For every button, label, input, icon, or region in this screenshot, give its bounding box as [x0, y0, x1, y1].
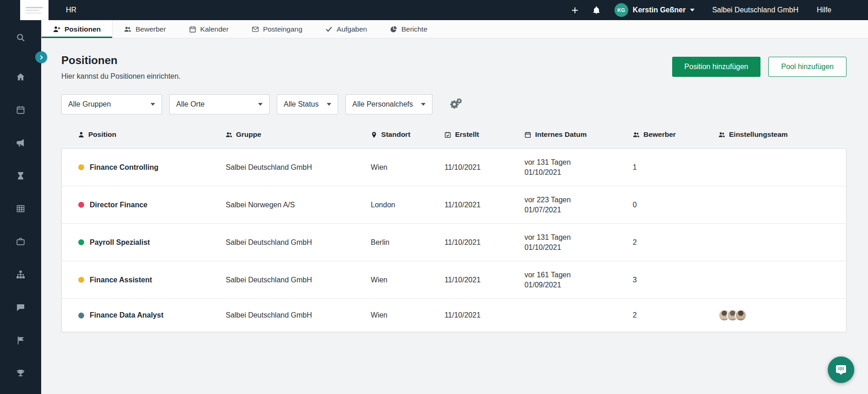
position-cell: Payroll Spezialist	[62, 238, 226, 247]
chat-launcher-button[interactable]	[828, 356, 854, 383]
table-row[interactable]: Finance ControllingSalbei Deutschland Gm…	[62, 149, 846, 186]
calendar-icon	[524, 131, 531, 138]
tab-bar: PositionenBewerberKalenderPosteingangAuf…	[41, 20, 868, 38]
gruppe-cell: Salbei Deutschland GmbH	[226, 163, 371, 172]
sidebar-item-trophy[interactable]	[0, 357, 41, 390]
flag-icon	[16, 336, 25, 345]
gruppe-cell: Salbei Deutschland GmbH	[226, 276, 371, 284]
internes-relativ: vor 161 Tagen	[524, 270, 571, 280]
gruppe-cell: Salbei Deutschland GmbH	[226, 311, 371, 319]
internes-datum-cell: vor 131 Tagen01/10/2021	[524, 157, 633, 178]
bewerber-cell: 1	[633, 163, 718, 172]
topbar: HR KG Kerstin Geßner Salbei Deutschland …	[0, 0, 868, 20]
column-label: Einstellungsteam	[729, 130, 787, 139]
internes-datum-cell: vor 131 Tagen01/10/2021	[524, 232, 633, 253]
filter-alle-status[interactable]: Alle Status	[277, 94, 338, 114]
tab-label: Kalender	[200, 25, 229, 33]
column-header-gruppe[interactable]: Gruppe	[226, 130, 371, 139]
users-icon	[633, 131, 640, 138]
users-icon	[718, 131, 725, 138]
filter-label: Alle Gruppen	[68, 100, 111, 108]
position-name[interactable]: Finance Assistent	[90, 276, 152, 284]
filter-alle-orte[interactable]: Alle Orte	[169, 94, 270, 114]
tab-posteingang[interactable]: Posteingang	[240, 20, 314, 38]
sidebar-item-chat[interactable]	[0, 291, 41, 324]
filter-alle-gruppen[interactable]: Alle Gruppen	[61, 94, 162, 114]
company-switcher[interactable]: Salbei Deutschland GmbH	[702, 0, 809, 20]
home-icon	[16, 72, 25, 81]
table-row[interactable]: Director FinanceSalbei Norwegen A/SLondo…	[62, 186, 846, 224]
company-logo[interactable]	[20, 0, 49, 20]
column-header-einstellungsteam[interactable]: Einstellungsteam	[718, 130, 846, 139]
user-icon	[78, 131, 85, 138]
position-name[interactable]: Payroll Spezialist	[90, 238, 150, 247]
column-header-erstellt[interactable]: Erstellt	[444, 130, 524, 139]
status-dot	[78, 202, 84, 208]
filter-settings-button[interactable]	[446, 96, 463, 113]
notifications-button[interactable]	[586, 0, 607, 20]
filter-alle-personalchefs[interactable]: Alle Personalchefs	[345, 94, 432, 114]
sidebar-item-briefcase[interactable]	[0, 225, 41, 258]
column-header-position[interactable]: Position	[61, 130, 226, 139]
column-label: Gruppe	[236, 130, 261, 139]
topbar-right: KG Kerstin Geßner Salbei Deutschland Gmb…	[564, 0, 868, 20]
position-name[interactable]: Finance Controlling	[90, 163, 158, 172]
tab-positionen[interactable]: Positionen	[41, 20, 113, 38]
column-header-standort[interactable]: Standort	[371, 130, 444, 139]
sidebar-item-megaphone[interactable]	[0, 126, 41, 159]
briefcase-icon	[16, 237, 25, 246]
chat-icon	[16, 303, 25, 312]
calendar-icon	[189, 26, 196, 33]
tab-berichte[interactable]: Berichte	[378, 20, 439, 38]
sidebar-item-flag[interactable]	[0, 324, 41, 357]
table-row[interactable]: Payroll SpezialistSalbei Deutschland Gmb…	[62, 224, 846, 261]
tab-kalender[interactable]: Kalender	[178, 20, 240, 38]
user-name: Kerstin Geßner	[633, 6, 686, 14]
head-buttons: Position hinzufügen Pool hinzufügen	[672, 57, 846, 77]
main-content: Positionen Hier kannst du Positionen ein…	[41, 38, 868, 332]
erstellt-cell: 11/10/2021	[444, 163, 524, 172]
bewerber-cell: 3	[633, 276, 718, 284]
caret-down-icon	[421, 103, 426, 106]
page-title: Positionen	[61, 54, 181, 67]
erstellt-cell: 11/10/2021	[444, 238, 524, 247]
internes-datum: 01/10/2021	[524, 167, 561, 178]
envelope-icon	[252, 26, 259, 33]
pie-chart-icon	[390, 26, 397, 33]
column-header-bewerber[interactable]: Bewerber	[633, 130, 718, 139]
sidebar-item-grid[interactable]	[0, 192, 41, 225]
megaphone-icon	[16, 138, 25, 147]
position-name[interactable]: Director Finance	[90, 201, 147, 209]
gear-small-icon	[456, 98, 462, 104]
column-label: Internes Datum	[535, 130, 587, 139]
status-dot	[78, 239, 84, 245]
tab-label: Posteingang	[263, 25, 302, 33]
page-subtitle: Hier kannst du Positionen einrichten.	[61, 72, 181, 81]
page-head: Positionen Hier kannst du Positionen ein…	[61, 54, 846, 81]
position-name[interactable]: Finance Data Analyst	[90, 311, 163, 319]
sidebar-item-search[interactable]	[0, 25, 41, 50]
internes-datum: 01/09/2021	[524, 280, 561, 290]
chat-bubble-icon	[835, 363, 847, 376]
table-row[interactable]: Finance Data AnalystSalbei Deutschland G…	[62, 299, 846, 332]
tab-aufgaben[interactable]: Aufgaben	[314, 20, 378, 38]
table-row[interactable]: Finance AssistentSalbei Deutschland GmbH…	[62, 261, 846, 299]
sidebar-expand-button[interactable]	[35, 51, 47, 63]
add-pool-button[interactable]: Pool hinzufügen	[768, 57, 846, 77]
user-menu[interactable]: KG Kerstin Geßner	[607, 0, 702, 20]
add-button[interactable]	[564, 0, 586, 20]
help-link[interactable]: Hilfe	[809, 0, 840, 20]
column-header-internes-datum[interactable]: Internes Datum	[524, 130, 633, 139]
sidebar-item-calendar[interactable]	[0, 93, 41, 126]
einstellungsteam-cell	[718, 309, 846, 321]
team-avatar[interactable]	[735, 309, 747, 321]
bewerber-cell: 2	[633, 238, 718, 247]
sidebar-item-org-chart[interactable]	[0, 258, 41, 291]
caret-down-icon	[690, 9, 695, 11]
add-position-button[interactable]: Position hinzufügen	[672, 57, 761, 77]
tab-bewerber[interactable]: Bewerber	[113, 20, 177, 38]
sidebar-item-hourglass[interactable]	[0, 159, 41, 192]
bell-icon	[593, 6, 600, 14]
sidebar-item-home[interactable]	[0, 60, 41, 93]
filter-label: Alle Orte	[176, 100, 205, 108]
